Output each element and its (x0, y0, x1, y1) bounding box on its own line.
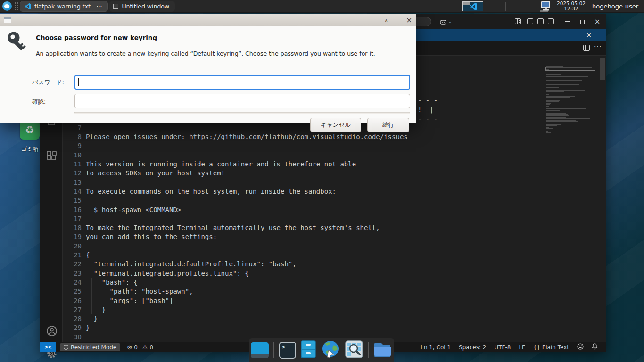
web-browser-icon[interactable] (321, 339, 340, 361)
editor-line[interactable]: 17 (63, 214, 545, 223)
vscode-logo-icon (469, 2, 478, 11)
window-minimize-button[interactable] (560, 14, 574, 29)
password-input[interactable] (74, 75, 410, 90)
editor-line[interactable]: 27 } (63, 305, 545, 314)
minimap-row (546, 132, 551, 133)
editor-line[interactable]: 15 (63, 196, 545, 205)
restricted-mode-badge[interactable]: Restricted Mode (60, 343, 120, 351)
editor-line-text: To execute commands on the host system, … (86, 187, 336, 196)
editor-line[interactable]: 23 "terminal.integrated.profiles.linux":… (63, 269, 545, 278)
editor-line[interactable]: 28 } (63, 314, 545, 323)
editor-line[interactable]: 29} (63, 323, 545, 332)
editor-line[interactable]: 24 "bash": { (63, 278, 545, 287)
minimap-row (546, 127, 549, 128)
minimap-row (546, 80, 582, 81)
editor-link[interactable]: https://github.com/flathub/com.visualstu… (189, 133, 408, 140)
editor-line-text: } (86, 323, 90, 332)
editor-line[interactable]: 20 (63, 242, 545, 251)
file-cabinet-icon[interactable] (301, 340, 316, 360)
customize-layout-icon[interactable] (515, 18, 521, 25)
dialog-titlebar[interactable]: ∧ – × (0, 14, 416, 26)
show-desktop-icon[interactable] (251, 342, 269, 358)
minimap-row (546, 113, 566, 114)
split-editor-icon[interactable] (583, 45, 590, 51)
minimap-row (546, 84, 579, 85)
editor-line[interactable]: 9 (63, 141, 545, 150)
minimap-row (546, 124, 561, 125)
editor-line[interactable]: 26 "args": ["bash"] (63, 296, 545, 305)
panel-handle[interactable] (15, 2, 18, 10)
editor-line[interactable]: 16 $ host-spawn <COMMAND> (63, 206, 545, 214)
status-item[interactable]: Ln 1, Col 1 (421, 344, 451, 351)
trash-desktop-icon[interactable]: ♻ ゴミ箱 (18, 121, 41, 153)
editor-line[interactable]: 22 "terminal.integrated.defaultProfile.l… (63, 260, 545, 269)
editor-line[interactable]: 19you can add this to the settings: (63, 232, 545, 241)
status-item[interactable]: {} Plain Text (533, 344, 569, 351)
minimap-row (546, 74, 561, 75)
editor-more-actions-icon[interactable]: ··· (594, 42, 601, 49)
feedback-smiley-icon[interactable] (577, 343, 584, 351)
editor-line[interactable]: 25 "path": "host-spawn", (63, 287, 545, 296)
minimap-row (546, 131, 548, 132)
application-finder-icon[interactable] (345, 340, 363, 360)
minimap-row (546, 118, 590, 119)
restricted-mode-label: Restricted Mode (71, 344, 116, 351)
editor-line[interactable]: 8Please open issues under: https://githu… (63, 132, 545, 141)
terminal-icon[interactable]: >_ (279, 342, 296, 359)
system-tray-computer-icon[interactable] (540, 1, 552, 12)
confirm-input[interactable] (74, 94, 410, 108)
taskbar-button-vscode[interactable]: flatpak-warning.txt - ··· (20, 1, 108, 12)
applications-menu-icon[interactable] (2, 1, 12, 11)
status-item[interactable]: UTF-8 (494, 344, 511, 351)
file-manager-icon[interactable] (373, 341, 392, 359)
line-number: 16 (63, 206, 82, 214)
banner-close-icon[interactable]: × (586, 31, 592, 39)
editor-line[interactable]: 12to access SDKs on your host system! (63, 169, 545, 178)
recycle-icon: ♻ (20, 121, 40, 140)
minimap[interactable] (545, 66, 597, 203)
editor-line[interactable]: 13 (63, 178, 545, 187)
workspace-pager[interactable] (462, 1, 483, 11)
warnings-count: 0 (149, 344, 153, 351)
minimap-row (546, 104, 550, 105)
copilot-icon[interactable] (440, 18, 446, 25)
editor-line-text: } (86, 314, 98, 323)
editor-line[interactable]: 18To make the Integrated Terminal automa… (63, 223, 545, 232)
dialog-shade-button[interactable]: ∧ (385, 18, 388, 23)
taskbar-button-untitled[interactable]: Untitled window (109, 1, 175, 12)
dialog-minimize-button[interactable]: – (396, 17, 399, 24)
dock-panel: >_ (249, 338, 394, 362)
dialog-close-button[interactable]: × (406, 16, 412, 25)
editor-line[interactable]: 14To execute commands on the host system… (63, 187, 545, 196)
chevron-down-icon[interactable]: ⌄ (448, 19, 455, 26)
line-number: 15 (63, 196, 82, 205)
continue-button[interactable]: 続行 (367, 118, 409, 132)
remote-indicator[interactable]: >< (40, 342, 56, 352)
editor-scrollbar[interactable] (600, 58, 605, 80)
minimap-row (546, 106, 549, 107)
window-maximize-button[interactable] (575, 14, 589, 29)
dock-separator (273, 342, 274, 358)
editor-line[interactable]: 7 (63, 123, 545, 132)
taskbar-button-label: flatpak-warning.txt - ··· (34, 3, 102, 10)
line-number: 26 (63, 296, 82, 305)
toggle-secondary-sidebar-icon[interactable] (548, 18, 554, 25)
editor-line[interactable]: 11This version is running inside a conta… (63, 160, 545, 169)
accounts-icon[interactable] (46, 325, 57, 336)
cancel-button[interactable]: キャンセル (310, 118, 361, 132)
status-item[interactable]: Spaces: 2 (459, 344, 486, 351)
toggle-primary-sidebar-icon[interactable] (527, 18, 534, 25)
extensions-icon[interactable] (46, 151, 57, 161)
toggle-panel-icon[interactable] (537, 18, 544, 25)
window-close-button[interactable]: × (590, 14, 604, 29)
editor-line[interactable]: 21{ (63, 251, 545, 260)
notifications-bell-icon[interactable] (592, 343, 598, 351)
status-item[interactable]: LF (519, 344, 525, 351)
line-number: 25 (63, 287, 82, 296)
problems-indicator[interactable]: ⊗ 0 ⚠ 0 (127, 344, 153, 351)
password-label: パスワード: (32, 79, 64, 87)
minimap-row (546, 115, 569, 116)
clock[interactable]: 2025-05-02 12:32 (557, 1, 586, 11)
editor-line[interactable]: 10 (63, 151, 545, 160)
indent-guide (85, 314, 85, 323)
